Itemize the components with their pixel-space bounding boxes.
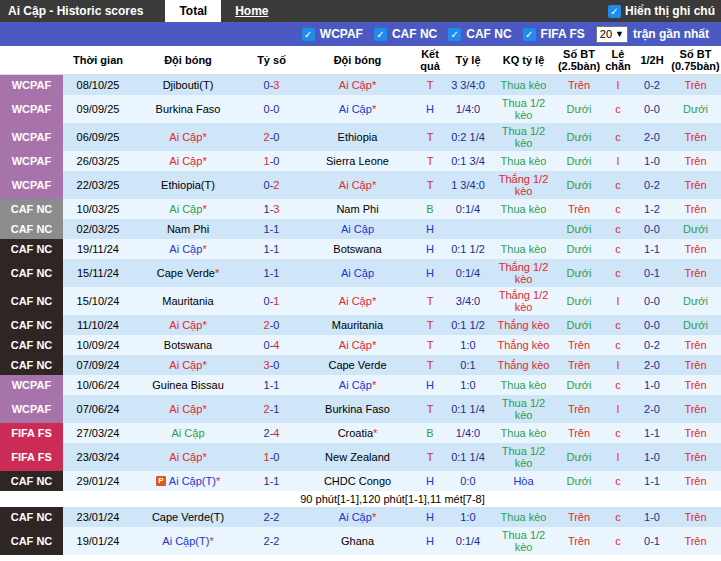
tab-total[interactable]: Total (165, 0, 221, 22)
odds-result-cell: Thua 1/2 kèo (491, 123, 556, 151)
league-badge: WCPAF (0, 171, 63, 199)
match-score: 0-0 (243, 95, 300, 123)
team-name: Cape Verde (157, 267, 215, 279)
match-score: 2-4 (243, 423, 300, 443)
league-badge: CAF NC (0, 527, 63, 555)
recent-count-select[interactable]: 20 ▼ (596, 26, 628, 43)
favorite-star: * (372, 179, 376, 191)
table-row: WCPAF26/03/25Ai Cập*1-0Sierra LeoneT0:1 … (0, 151, 721, 171)
odds-result-cell: Thua 1/2 kèo (491, 95, 556, 123)
page-title: Ai Cập - Historic scores (0, 0, 165, 22)
result-cell: H (415, 375, 445, 395)
odds-result-cell: Thắng 1/2 kèo (491, 171, 556, 199)
odds-cell: 1:0 (445, 507, 491, 527)
favorite-star: * (372, 295, 376, 307)
odd-even-cell: l (602, 443, 634, 471)
home-team: Ai Cập* (133, 443, 243, 471)
odds-cell: 0:1 1/4 (445, 443, 491, 471)
team-name: Ai Cập (169, 203, 202, 215)
table-header: Giải đấu Thời gian Đội bóng Tỷ số Đội bó… (0, 46, 721, 75)
team-name: Mauritania (332, 319, 383, 331)
odds-result-cell: Thua kèo (491, 75, 556, 95)
over-under-0p75-cell: Dưới (670, 315, 721, 335)
filter-checkbox-fifafs[interactable]: ✓ (523, 28, 536, 41)
match-date: 06/09/25 (63, 123, 133, 151)
odds-cell: 0:2 1/4 (445, 123, 491, 151)
match-score: 0-4 (243, 335, 300, 355)
odds-result-cell: Thua 1/2 kèo (491, 395, 556, 423)
table-row: CAF NC19/11/24Ai Cập*1-1BotswanaH0:1 1/2… (0, 239, 721, 259)
team-name: Ai Cập(T) (169, 475, 216, 487)
away-team: Burkina Faso (300, 395, 415, 423)
show-notes-label: Hiển thị ghi chú (625, 4, 715, 18)
halftime-score-cell: 1-1 (634, 239, 670, 259)
result-cell: H (415, 527, 445, 555)
team-name: Botswana (164, 339, 212, 351)
header-halftime: 1/2H (634, 46, 670, 74)
match-score: 2-1 (243, 395, 300, 423)
odd-even-cell: c (602, 375, 634, 395)
table-row: CAF NC02/03/25Nam Phi1-1Ai CậpHDướic0-0D… (0, 219, 721, 239)
team-name: Ai Cập (169, 319, 202, 331)
odd-even-cell: c (602, 471, 634, 491)
home-team: Djibouti(T) (133, 75, 243, 95)
match-date: 15/10/24 (63, 287, 133, 315)
show-notes-checkbox[interactable]: ✓ (608, 5, 621, 18)
over-under-0p75-cell: Trên (670, 507, 721, 527)
table-row: CAF NC23/01/24Cape Verde(T)2-2Ai Cập*H1:… (0, 507, 721, 527)
header-over-under-0p75: Số BT (0.75bàn) (670, 46, 721, 74)
over-under-2p5-cell: Dưới (556, 471, 602, 491)
away-team: Mauritania (300, 315, 415, 335)
over-under-2p5-cell: Dưới (556, 315, 602, 335)
match-score: 1-3 (243, 199, 300, 219)
team-name: Nam Phi (336, 203, 378, 215)
home-team: Botswana (133, 335, 243, 355)
table-row: CAF NC15/11/24Cape Verde*1-1Ai CậpH0:1/4… (0, 259, 721, 287)
match-date: 10/06/24 (63, 375, 133, 395)
odds-result-cell: Thắng 1/2 kèo (491, 287, 556, 315)
halftime-score-cell: 2-0 (634, 355, 670, 375)
odds-cell: 3 3/4:0 (445, 75, 491, 95)
home-team: Ai Cập* (133, 239, 243, 259)
over-under-2p5-cell: Trên (556, 507, 602, 527)
header-result: Kết quả (415, 46, 445, 74)
halftime-score-cell: 0-1 (634, 259, 670, 287)
team-name: Ai Cập (339, 339, 372, 351)
topbar: Ai Cập - Historic scores Total Home ✓ Hi… (0, 0, 721, 22)
odd-even-cell: c (602, 315, 634, 335)
result-cell: T (415, 151, 445, 171)
league-badge: CAF NC (0, 219, 63, 239)
over-under-0p75-cell: Dưới (670, 219, 721, 239)
filter-checkbox-wcpaf[interactable]: ✓ (302, 28, 315, 41)
over-under-2p5-cell: Trên (556, 199, 602, 219)
odds-cell: 0:1 1/2 (445, 239, 491, 259)
over-under-0p75-cell: Trên (670, 171, 721, 199)
filter-checkbox-cafnc-2[interactable]: ✓ (448, 28, 461, 41)
app-window: Ai Cập - Historic scores Total Home ✓ Hi… (0, 0, 721, 561)
league-badge: CAF NC (0, 355, 63, 375)
favorite-star: * (202, 319, 206, 331)
away-team: Ethiopia (300, 123, 415, 151)
result-cell: T (415, 335, 445, 355)
over-under-2p5-cell: Dưới (556, 287, 602, 315)
team-name: Ai Cập (169, 131, 202, 143)
home-team: Ai Cập* (133, 123, 243, 151)
away-team: Ai Cập* (300, 75, 415, 95)
team-name: Ai Cập (169, 359, 202, 371)
filter-label-fifafs: FIFA FS (541, 27, 585, 41)
halftime-score-cell: 1-0 (634, 443, 670, 471)
result-cell: B (415, 423, 445, 443)
halftime-score-cell: 1-1 (634, 423, 670, 443)
tab-home[interactable]: Home (221, 0, 282, 22)
home-team: PAi Cập(T)* (133, 471, 243, 491)
team-name: New Zealand (325, 451, 390, 463)
away-team: CHDC Congo (300, 471, 415, 491)
odds-result-cell: Thua kèo (491, 239, 556, 259)
result-cell: T (415, 171, 445, 199)
filter-checkbox-cafnc-1[interactable]: ✓ (374, 28, 387, 41)
away-team: Ai Cập* (300, 171, 415, 199)
away-team: Ai Cập* (300, 95, 415, 123)
team-name: Ai Cập (339, 379, 372, 391)
favorite-star: * (202, 403, 206, 415)
home-team: Ai Cập* (133, 315, 243, 335)
